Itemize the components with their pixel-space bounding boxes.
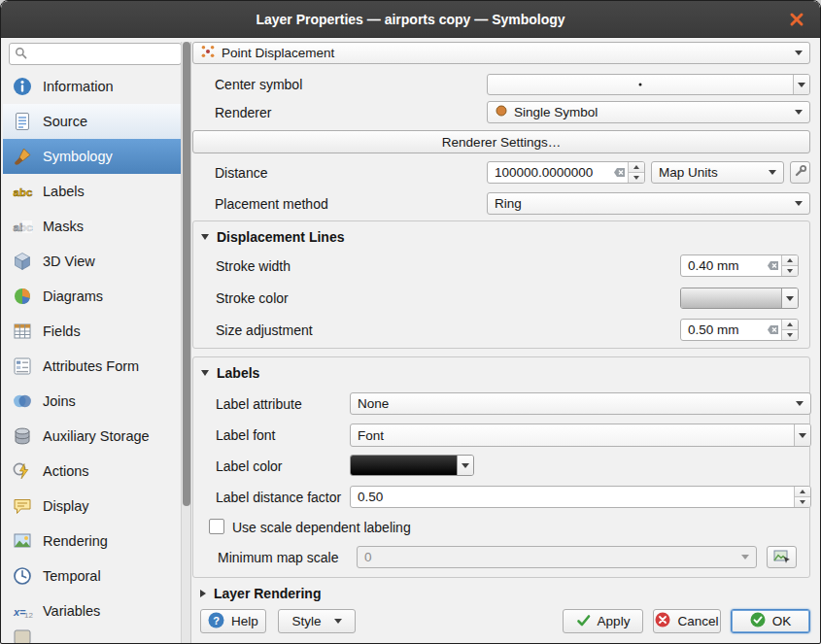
- chevron-down-icon: [798, 83, 805, 87]
- renderer-settings-label: Renderer Settings…: [442, 135, 561, 150]
- collapse-icon: [201, 234, 209, 240]
- spin-up-button[interactable]: [795, 487, 810, 496]
- label-font-label: Label font: [216, 427, 276, 443]
- cancel-label: Cancel: [677, 614, 718, 628]
- label-distance-factor-label: Label distance factor: [216, 490, 341, 505]
- label-attribute-value: None: [358, 396, 389, 411]
- distance-spinbox[interactable]: [487, 161, 645, 184]
- center-symbol-button[interactable]: [487, 74, 810, 95]
- label-font-button[interactable]: Font: [350, 424, 811, 447]
- chevron-down-icon: [741, 555, 749, 559]
- spin-up-button[interactable]: [629, 162, 644, 172]
- sidebar-item-display[interactable]: Display: [3, 489, 181, 524]
- labels-header[interactable]: Labels: [201, 365, 259, 381]
- apply-check-icon: [576, 613, 591, 630]
- color-swatch: [681, 288, 781, 308]
- sidebar-search[interactable]: [9, 43, 182, 65]
- renderer-type-combobox[interactable]: Point Displacement: [192, 42, 810, 64]
- scale-dependent-label: Use scale dependent labeling: [232, 520, 411, 535]
- data-defined-override-button[interactable]: [790, 161, 810, 184]
- sidebar-item-3d-view[interactable]: 3D View: [3, 244, 181, 279]
- sidebar-item-actions[interactable]: Actions: [3, 454, 181, 489]
- sidebar-item-rendering[interactable]: Rendering: [3, 524, 181, 559]
- sidebar-item-variables[interactable]: x=12 Variables: [3, 593, 181, 628]
- stroke-width-spinbox[interactable]: [680, 254, 799, 277]
- sidebar-item-joins[interactable]: Joins: [3, 384, 181, 419]
- set-scale-from-map-button[interactable]: [767, 546, 797, 568]
- sidebar-scrollbar[interactable]: [181, 42, 191, 644]
- sidebar-item-source[interactable]: Source: [3, 104, 181, 139]
- sidebar-item-auxiliary-storage[interactable]: Auxiliary Storage: [3, 419, 181, 454]
- spin-down-button[interactable]: [782, 265, 798, 276]
- clear-icon[interactable]: [610, 166, 628, 179]
- search-input[interactable]: [31, 46, 176, 62]
- search-icon: [15, 46, 27, 63]
- spin-down-button[interactable]: [795, 496, 810, 507]
- clear-icon[interactable]: [764, 323, 781, 336]
- sidebar-item-symbology[interactable]: Symbology: [3, 139, 181, 174]
- sidebar-item-label: Labels: [43, 184, 85, 199]
- lightning-icon: [12, 460, 33, 482]
- label-color-button[interactable]: [350, 455, 474, 476]
- variables-icon: x=12: [12, 600, 33, 622]
- displacement-lines-header[interactable]: Displacement Lines: [201, 229, 345, 245]
- sidebar-item-temporal[interactable]: Temporal: [3, 559, 181, 593]
- scrollbar-thumb[interactable]: [183, 42, 190, 506]
- sidebar-item-masks[interactable]: abc Masks: [3, 209, 181, 244]
- renderer-combobox[interactable]: Single Symbol: [487, 101, 810, 123]
- expand-icon: [200, 590, 206, 597]
- sidebar-item-partial[interactable]: [3, 628, 181, 644]
- font-dropdown[interactable]: [794, 424, 810, 446]
- spin-down-button[interactable]: [629, 172, 644, 183]
- map-scale-icon: [773, 549, 791, 566]
- layer-rendering-header[interactable]: Layer Rendering: [200, 586, 321, 601]
- sidebar-item-label: Symbology: [43, 149, 113, 164]
- sidebar-item-attributes-form[interactable]: Attributes Form: [3, 349, 181, 384]
- minimum-map-scale-value: 0: [364, 550, 372, 564]
- center-symbol-label: Center symbol: [215, 77, 302, 92]
- sidebar-item-fields[interactable]: Fields: [3, 314, 181, 349]
- rendering-icon: [12, 530, 33, 552]
- renderer-settings-button[interactable]: Renderer Settings…: [192, 130, 810, 153]
- apply-button[interactable]: Apply: [563, 609, 643, 633]
- spin-up-button[interactable]: [782, 255, 798, 265]
- style-menu-button[interactable]: Style: [278, 609, 356, 633]
- titlebar[interactable]: Layer Properties — airports copy — Symbo…: [1, 1, 820, 38]
- size-adjustment-input[interactable]: [681, 322, 764, 337]
- renderer-value: Single Symbol: [514, 105, 598, 119]
- close-icon[interactable]: [788, 11, 805, 28]
- spin-down-button[interactable]: [782, 329, 798, 340]
- stroke-color-button[interactable]: [680, 288, 799, 309]
- sidebar-item-label: Source: [43, 114, 87, 129]
- stroke-width-input[interactable]: [681, 258, 764, 273]
- distance-input[interactable]: [488, 165, 610, 180]
- distance-units-combobox[interactable]: Map Units: [651, 161, 784, 184]
- table-icon: [12, 321, 33, 342]
- label-distance-factor-spinbox[interactable]: [350, 486, 811, 508]
- source-icon: [12, 111, 33, 132]
- displacement-lines-group: Displacement Lines Stroke width Stroke c…: [192, 220, 810, 349]
- renderer-label: Renderer: [215, 105, 271, 120]
- sidebar-item-labels[interactable]: abc Labels: [3, 174, 181, 209]
- placement-method-combobox[interactable]: Ring: [487, 192, 810, 215]
- sidebar-item-diagrams[interactable]: Diagrams: [3, 279, 181, 314]
- sidebar-item-label: Joins: [43, 393, 76, 409]
- scale-dependent-checkbox[interactable]: [209, 519, 224, 534]
- center-symbol-dropdown[interactable]: [793, 75, 809, 94]
- joins-icon: [12, 390, 33, 412]
- help-button[interactable]: ? Help: [200, 609, 266, 633]
- sidebar-item-information[interactable]: Information: [3, 69, 181, 104]
- color-dropdown[interactable]: [781, 288, 798, 308]
- spin-up-button[interactable]: [782, 320, 798, 329]
- size-adjustment-spinbox[interactable]: [680, 319, 799, 341]
- label-attribute-combobox[interactable]: None: [350, 392, 811, 415]
- stroke-color-label: Stroke color: [216, 290, 289, 306]
- ok-button[interactable]: OK: [731, 609, 810, 633]
- color-dropdown[interactable]: [457, 456, 473, 475]
- cancel-button[interactable]: Cancel: [653, 609, 721, 633]
- clear-icon[interactable]: [764, 259, 781, 272]
- label-distance-factor-input[interactable]: [351, 490, 794, 504]
- sidebar-item-label: Masks: [43, 219, 84, 234]
- group-title: Labels: [217, 365, 259, 381]
- point-displacement-icon: [200, 44, 216, 62]
